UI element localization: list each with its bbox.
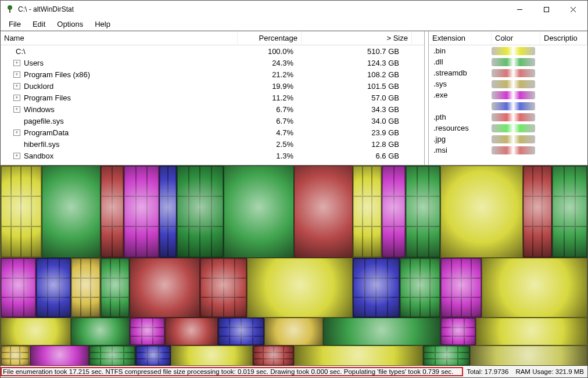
minimize-button[interactable]: [506, 1, 533, 18]
treemap-cell[interactable]: [552, 165, 587, 258]
ext-name: .bin: [433, 46, 492, 55]
close-button[interactable]: [560, 1, 586, 18]
treemap-cell[interactable]: [200, 258, 247, 318]
treemap-cell[interactable]: [224, 165, 294, 258]
expand-icon[interactable]: +: [13, 106, 20, 113]
tree-header-percentage[interactable]: Percentage: [238, 32, 302, 44]
menu-options[interactable]: Options: [51, 19, 89, 30]
status-bar: File enumeration took 17.215 sec. NTFS c…: [1, 366, 587, 377]
tree-row[interactable]: +Users24.3%124.3 GB: [1, 57, 424, 69]
treemap-cell[interactable]: [124, 165, 159, 258]
treemap-cell[interactable]: [1, 258, 36, 318]
menu-bar: File Edit Options Help: [1, 18, 587, 31]
treemap-cell[interactable]: [323, 318, 440, 345]
tree-row[interactable]: +ProgramData4.7%23.9 GB: [1, 127, 424, 138]
treemap-cell[interactable]: [130, 318, 165, 345]
treemap-cell[interactable]: [165, 318, 218, 345]
treemap-cell[interactable]: [71, 258, 101, 318]
expand-icon[interactable]: +: [13, 83, 20, 89]
expand-icon[interactable]: +: [13, 95, 20, 101]
treemap-cell[interactable]: [101, 258, 130, 318]
treemap[interactable]: [1, 165, 587, 366]
ext-row[interactable]: .resources: [429, 123, 587, 134]
ext-row[interactable]: .jpg: [429, 134, 587, 145]
treemap-cell[interactable]: [400, 258, 441, 318]
menu-help[interactable]: Help: [89, 19, 116, 30]
color-swatch: [492, 69, 535, 77]
treemap-cell[interactable]: [440, 165, 522, 258]
ext-name: .dll: [433, 57, 492, 66]
treemap-cell[interactable]: [523, 165, 553, 258]
ext-header-description[interactable]: Descriptio: [540, 32, 587, 44]
treemap-cell[interactable]: [440, 258, 482, 318]
ext-name: .exe: [433, 91, 492, 99]
tree-percentage: 11.2%: [233, 93, 297, 102]
tree-name: Ducklord: [20, 82, 233, 91]
panels: Name Percentage > Size C:\100.0%510.7 GB…: [1, 31, 587, 165]
menu-file[interactable]: File: [3, 19, 27, 30]
ext-row[interactable]: .msi: [429, 145, 587, 156]
treemap-cell[interactable]: [30, 345, 89, 366]
treemap-cell[interactable]: [482, 258, 587, 318]
titlebar: C:\ - altWinDirStat: [1, 1, 587, 18]
menu-edit[interactable]: Edit: [27, 19, 51, 30]
treemap-cell[interactable]: [470, 345, 587, 366]
ext-row[interactable]: .dll: [429, 56, 587, 67]
tree-row[interactable]: pagefile.sys6.7%34.0 GB: [1, 115, 424, 127]
tree-name: ProgramData: [20, 128, 233, 137]
expand-icon[interactable]: +: [13, 129, 20, 136]
ext-row[interactable]: .sys: [429, 78, 587, 89]
treemap-cell[interactable]: [71, 318, 130, 345]
treemap-cell[interactable]: [294, 345, 423, 366]
treemap-cell[interactable]: [135, 345, 171, 366]
tree-row[interactable]: +Program Files (x86)21.2%108.2 GB: [1, 69, 424, 80]
treemap-cell[interactable]: [1, 318, 71, 345]
treemap-cell[interactable]: [171, 345, 253, 366]
expand-icon[interactable]: +: [13, 153, 20, 159]
treemap-cell[interactable]: [440, 318, 476, 345]
treemap-cell[interactable]: [89, 345, 136, 366]
tree-row[interactable]: C:\100.0%510.7 GB: [1, 45, 424, 57]
treemap-cell[interactable]: [476, 318, 587, 345]
ext-row[interactable]: .streamdb: [429, 67, 587, 78]
tree-header-name[interactable]: Name: [1, 32, 238, 44]
ext-header-color[interactable]: Color: [492, 32, 540, 44]
treemap-cell[interactable]: [177, 165, 224, 258]
expand-icon[interactable]: +: [13, 60, 20, 66]
treemap-cell[interactable]: [1, 345, 30, 366]
expand-icon[interactable]: +: [13, 71, 20, 78]
ext-row[interactable]: .pth: [429, 111, 587, 123]
treemap-cell[interactable]: [353, 258, 400, 318]
ext-header-extension[interactable]: Extension: [429, 32, 492, 44]
treemap-cell[interactable]: [294, 165, 353, 258]
treemap-cell[interactable]: [406, 165, 441, 258]
treemap-cell[interactable]: [253, 345, 294, 366]
tree-header-size[interactable]: > Size: [302, 32, 412, 44]
treemap-cell[interactable]: [218, 318, 265, 345]
treemap-cell[interactable]: [36, 258, 71, 318]
ext-row[interactable]: [429, 100, 587, 111]
ext-body[interactable]: .bin.dll.streamdb.sys.exe.pth.resources.…: [429, 45, 587, 165]
maximize-button[interactable]: [533, 1, 560, 18]
ext-row[interactable]: .bin: [429, 45, 587, 56]
treemap-cell[interactable]: [130, 258, 200, 318]
tree-body[interactable]: C:\100.0%510.7 GB+Users24.3%124.3 GB+Pro…: [1, 45, 424, 165]
treemap-cell[interactable]: [353, 165, 382, 258]
tree-row[interactable]: +Program Files11.2%57.0 GB: [1, 92, 424, 103]
treemap-cell[interactable]: [382, 165, 405, 258]
treemap-cell[interactable]: [1, 165, 42, 258]
treemap-cell[interactable]: [159, 165, 177, 258]
tree-row[interactable]: +Ducklord19.9%101.5 GB: [1, 80, 424, 92]
tree-name: C:\: [12, 47, 233, 56]
treemap-cell[interactable]: [42, 165, 101, 258]
ext-row[interactable]: .exe: [429, 89, 587, 100]
tree-row[interactable]: hiberfil.sys2.5%12.8 GB: [1, 138, 424, 150]
tree-size: 124.3 GB: [297, 59, 407, 67]
treemap-cell[interactable]: [264, 318, 323, 345]
treemap-cell[interactable]: [247, 258, 353, 318]
tree-name: hiberfil.sys: [20, 140, 233, 149]
tree-row[interactable]: +Windows6.7%34.3 GB: [1, 103, 424, 115]
treemap-cell[interactable]: [423, 345, 470, 366]
treemap-cell[interactable]: [101, 165, 124, 258]
tree-row[interactable]: +Sandbox1.3%6.6 GB: [1, 150, 424, 161]
